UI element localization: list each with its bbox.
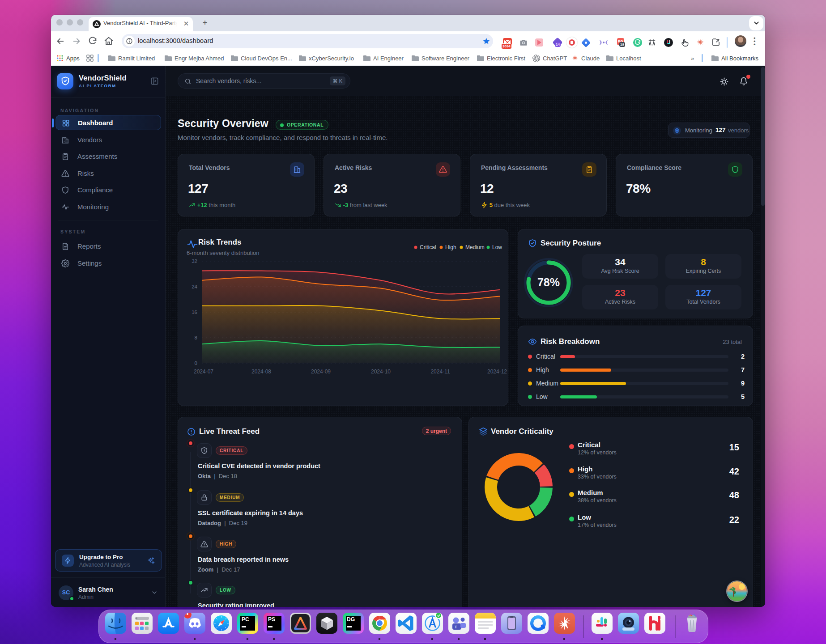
- svg-text:T: T: [455, 625, 457, 629]
- svg-text:24: 24: [192, 284, 197, 289]
- svg-text:2024-09: 2024-09: [311, 369, 331, 375]
- svg-text:2024-12: 2024-12: [487, 369, 507, 375]
- svg-text:16: 16: [192, 309, 197, 315]
- svg-text:2024-10: 2024-10: [371, 369, 391, 375]
- svg-text:Critical: Critical: [420, 244, 436, 250]
- svg-text:Medium: Medium: [465, 244, 485, 250]
- svg-text:78%: 78%: [537, 276, 560, 288]
- svg-text:2024-08: 2024-08: [251, 369, 271, 375]
- svg-text:2024-07: 2024-07: [194, 369, 213, 375]
- svg-text:2024-11: 2024-11: [430, 369, 450, 375]
- svg-text:0: 0: [195, 360, 197, 366]
- svg-text:Low: Low: [492, 244, 502, 250]
- svg-text:8: 8: [195, 335, 197, 340]
- svg-text:High: High: [445, 244, 456, 250]
- svg-text:32: 32: [192, 258, 197, 264]
